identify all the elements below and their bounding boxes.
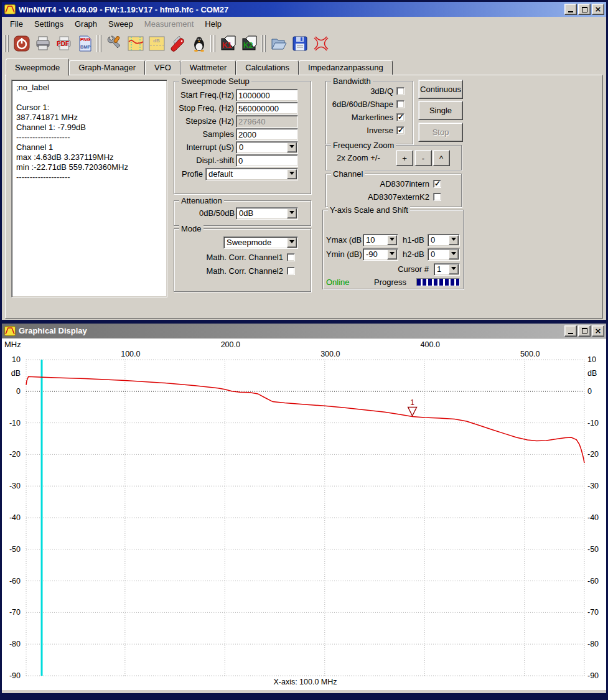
k2-channel-button[interactable]: K2 — [240, 34, 260, 54]
samples-input[interactable] — [236, 128, 298, 141]
zoom-out-button[interactable]: - — [414, 150, 432, 166]
start-freq-input[interactable] — [236, 89, 298, 101]
single-button[interactable]: Single — [418, 101, 463, 120]
continuous-button[interactable]: Continuous — [418, 80, 463, 99]
combo-arrow-button[interactable] — [387, 250, 397, 259]
close-icon: × — [595, 328, 602, 334]
png-bmp-export-button[interactable]: PNGBMP — [75, 34, 95, 54]
ymax-combo[interactable]: 10 — [363, 234, 398, 246]
filter-button[interactable] — [311, 34, 331, 54]
menu-settings[interactable]: Settings — [29, 17, 69, 30]
h1-db-combo[interactable]: 0 — [428, 234, 460, 246]
svg-text:-60: -60 — [587, 577, 599, 586]
menu-file[interactable]: File — [4, 17, 29, 30]
svg-text:-70: -70 — [9, 608, 21, 617]
svg-text:-70: -70 — [587, 608, 599, 617]
combo-arrow-button[interactable] — [287, 208, 297, 218]
combo-arrow-button[interactable] — [449, 235, 459, 245]
open-file-button[interactable] — [269, 34, 289, 54]
bw-3db-q-checkbox[interactable] — [396, 87, 405, 95]
svg-text:-30: -30 — [587, 482, 599, 490]
attenuation-group: Attenuation 0dB/50dB 0dB — [174, 200, 311, 226]
pdf-print-button[interactable]: PDF — [54, 34, 74, 54]
tab-sweepmode[interactable]: Sweepmode — [6, 58, 69, 76]
app-icon — [4, 4, 16, 14]
minimize-button[interactable] — [564, 4, 577, 15]
swiss-knife-button[interactable] — [168, 34, 188, 54]
markerlines-checkbox[interactable] — [396, 113, 405, 121]
toolbar-grip[interactable] — [7, 35, 9, 52]
tab-wattmeter[interactable]: Wattmeter — [180, 60, 236, 75]
group-legend: Bandwidth — [331, 77, 373, 86]
bw-shape-checkbox[interactable] — [396, 100, 405, 108]
ad8307intern-checkbox[interactable] — [433, 180, 441, 188]
toolbar: PDF PNGBMP dB K1 K2 — [2, 30, 606, 57]
db-scale-button[interactable]: dB — [147, 34, 167, 54]
toolbar-grip[interactable] — [210, 35, 212, 52]
ymin-combo[interactable]: -90 — [363, 248, 398, 261]
close-button[interactable]: × — [592, 325, 604, 337]
menu-graph[interactable]: Graph — [69, 17, 103, 30]
chevron-down-icon — [289, 211, 294, 217]
inverse-checkbox[interactable] — [396, 126, 405, 134]
tab-calculations[interactable]: Calculations — [236, 60, 299, 75]
stop-freq-input[interactable] — [236, 102, 298, 114]
info-line: -------------------- — [16, 172, 162, 182]
menu-sweep[interactable]: Sweep — [103, 17, 139, 30]
graph-display-button[interactable] — [126, 34, 146, 54]
ad8307externk2-checkbox[interactable] — [433, 193, 441, 201]
info-line: min :-22.71dB 559.720360MHz — [16, 162, 162, 172]
math-corr2-label: Math. Corr. Channel2 — [174, 265, 283, 278]
tab-impedanzanpassung[interactable]: Impedanzanpassung — [299, 60, 393, 75]
combo-arrow-button[interactable] — [287, 169, 297, 179]
tux-penguin-button[interactable] — [189, 34, 209, 54]
cursor-number-combo[interactable]: 1 — [434, 263, 460, 276]
combo-arrow-button[interactable] — [387, 235, 397, 245]
toolbar-grip[interactable] — [100, 35, 101, 52]
tab-vfo[interactable]: VFO — [145, 60, 180, 75]
toolbar-grip[interactable] — [264, 35, 266, 52]
graph-titlebar[interactable]: Graphical Display × — [2, 324, 606, 338]
svg-text:100.0: 100.0 — [121, 350, 140, 358]
combo-arrow-button[interactable] — [287, 238, 297, 248]
math-corr1-checkbox[interactable] — [287, 253, 295, 261]
toolbar-grip[interactable] — [96, 35, 98, 52]
minimize-button[interactable] — [564, 325, 577, 337]
displ-shift-input[interactable] — [236, 154, 298, 167]
settings-tools-button[interactable] — [105, 34, 124, 54]
toolbar-grip[interactable] — [261, 35, 263, 52]
profile-combo[interactable]: default — [205, 168, 298, 180]
cursor-info-listbox[interactable]: ;no_label Cursor 1:387.741871 MHzChannel… — [11, 80, 167, 297]
svg-text:-30: -30 — [9, 482, 21, 490]
zoom-in-button[interactable]: + — [396, 150, 413, 166]
maximize-button[interactable] — [578, 4, 591, 15]
filter-icon — [313, 35, 329, 52]
svg-text:10: 10 — [587, 355, 596, 364]
power-button[interactable] — [12, 34, 32, 54]
toolbar-grip[interactable] — [213, 35, 215, 52]
combo-arrow-button[interactable] — [449, 264, 459, 274]
zoom-up-button[interactable]: ^ — [433, 150, 450, 166]
close-button[interactable]: × — [592, 4, 604, 15]
interrupt-combo[interactable]: 0 — [236, 141, 298, 154]
save-file-button[interactable] — [290, 34, 310, 54]
print-button[interactable] — [33, 34, 53, 54]
tab-graph-manager[interactable]: Graph-Manager — [69, 60, 145, 75]
attenuation-combo[interactable]: 0dB — [236, 207, 298, 220]
maximize-button[interactable] — [578, 325, 591, 337]
combo-arrow-button[interactable] — [287, 142, 297, 152]
mode-combo[interactable]: Sweepmode — [223, 236, 298, 249]
graph-display-icon — [128, 35, 144, 52]
stepsize-input — [236, 115, 298, 128]
menu-help[interactable]: Help — [199, 17, 227, 30]
toolbar-grip[interactable] — [4, 35, 6, 52]
main-window: WinNWT4 - V.4.09.09 - FW:1.19:V17 - hfm9… — [0, 0, 608, 322]
math-corr2-checkbox[interactable] — [287, 267, 295, 275]
power-icon — [14, 35, 30, 52]
h2-db-combo[interactable]: 0 — [428, 248, 460, 261]
chart-svg[interactable]: 1MHz100.0200.0300.0400.0500.0101000-10-1… — [2, 338, 606, 693]
combo-arrow-button[interactable] — [449, 250, 459, 259]
k1-channel-button[interactable]: K1 — [218, 34, 238, 54]
main-titlebar[interactable]: WinNWT4 - V.4.09.09 - FW:1.19:V17 - hfm9… — [2, 2, 606, 17]
stop-freq-label: Stop Freq. (Hz) — [174, 102, 234, 114]
